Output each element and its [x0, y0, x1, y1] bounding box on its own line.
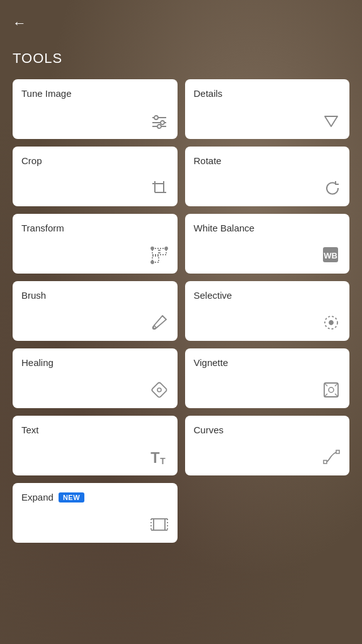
tool-details[interactable]: Details — [185, 79, 350, 139]
tools-grid: Tune Image Details — [13, 79, 349, 543]
svg-point-16 — [165, 247, 167, 250]
page-title: TOOLS — [13, 50, 349, 67]
tool-details-label: Details — [194, 88, 341, 99]
tool-brush[interactable]: Brush — [13, 281, 178, 341]
rotate-icon — [322, 179, 341, 200]
svg-point-6 — [157, 125, 161, 128]
tool-selective-label: Selective — [194, 290, 341, 301]
svg-text:WB: WB — [324, 251, 337, 260]
svg-point-24 — [157, 388, 161, 392]
svg-text:T: T — [150, 450, 160, 466]
brush-icon — [150, 313, 169, 335]
tool-curves-label: Curves — [194, 425, 341, 435]
svg-point-4 — [161, 121, 164, 125]
svg-rect-23 — [151, 382, 167, 397]
tool-white-balance-label: White Balance — [194, 223, 341, 233]
svg-rect-33 — [324, 460, 327, 464]
tools-container: TOOLS Tune Image Details — [0, 0, 362, 555]
svg-point-17 — [151, 261, 154, 264]
crop-icon — [150, 179, 169, 200]
tool-rotate[interactable]: Rotate — [185, 147, 350, 206]
tool-transform[interactable]: Transform — [13, 214, 178, 274]
tool-text-label: Text — [21, 425, 169, 435]
svg-rect-34 — [336, 450, 339, 453]
tool-tune-image-label: Tune Image — [21, 88, 169, 99]
svg-marker-7 — [325, 116, 337, 126]
back-button[interactable]: ← — [13, 15, 26, 31]
tool-crop[interactable]: Crop — [13, 147, 178, 206]
svg-point-22 — [329, 321, 333, 325]
tool-vignette[interactable]: Vignette — [185, 348, 350, 408]
tool-text[interactable]: Text T T — [13, 416, 178, 475]
svg-point-15 — [151, 247, 154, 250]
tool-expand[interactable]: Expand NEW — [13, 483, 178, 543]
svg-rect-35 — [154, 519, 165, 530]
text-icon: T T — [149, 447, 169, 469]
tool-crop-label: Crop — [21, 155, 169, 166]
tune-icon — [150, 111, 169, 133]
tool-healing[interactable]: Healing — [13, 348, 178, 408]
transform-icon — [150, 246, 169, 267]
tool-expand-label: Expand — [21, 492, 54, 502]
svg-text:T: T — [160, 456, 166, 466]
tool-healing-label: Healing — [21, 357, 169, 368]
curves-icon — [322, 448, 341, 469]
expand-icon — [150, 515, 169, 536]
svg-point-26 — [329, 387, 334, 392]
tool-selective[interactable]: Selective — [185, 281, 350, 341]
tool-curves[interactable]: Curves — [185, 416, 350, 475]
tool-white-balance[interactable]: White Balance WB — [185, 214, 350, 274]
selective-icon — [322, 313, 341, 335]
svg-point-3 — [154, 116, 158, 119]
healing-icon — [150, 380, 169, 402]
tool-tune-image[interactable]: Tune Image — [13, 79, 178, 139]
new-badge: NEW — [59, 492, 84, 502]
details-icon — [322, 111, 341, 133]
wb-icon: WB — [320, 245, 341, 267]
svg-point-20 — [152, 326, 156, 330]
vignette-icon — [322, 380, 341, 402]
tool-brush-label: Brush — [21, 290, 169, 301]
tool-transform-label: Transform — [21, 223, 169, 233]
tool-vignette-label: Vignette — [194, 357, 341, 368]
tool-rotate-label: Rotate — [194, 155, 341, 166]
